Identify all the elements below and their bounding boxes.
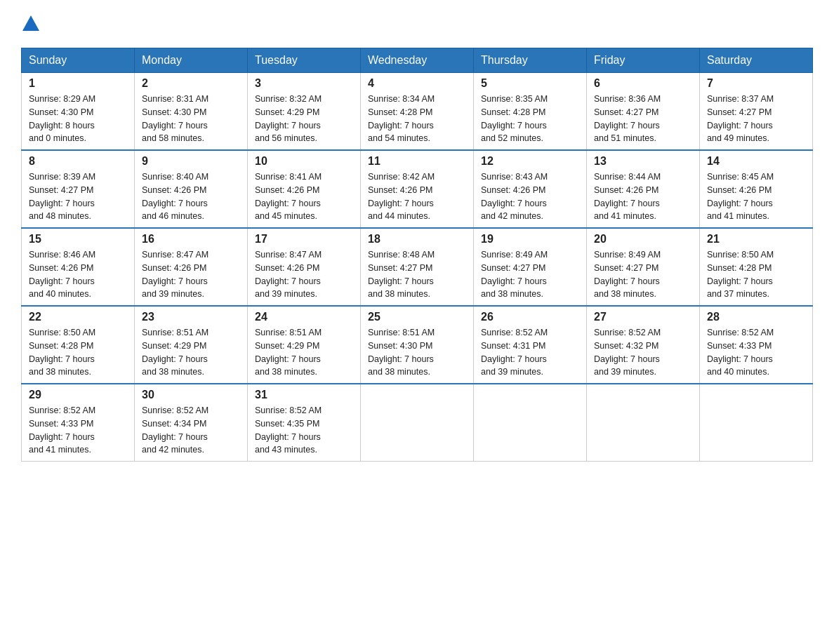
day-number: 21 [707, 233, 805, 246]
calendar-cell: 17 Sunrise: 8:47 AMSunset: 4:26 PMDaylig… [248, 228, 361, 306]
calendar-cell: 7 Sunrise: 8:37 AMSunset: 4:27 PMDayligh… [700, 73, 813, 151]
day-info: Sunrise: 8:35 AMSunset: 4:28 PMDaylight:… [481, 94, 548, 143]
calendar-week-row: 29 Sunrise: 8:52 AMSunset: 4:33 PMDaylig… [22, 384, 813, 462]
calendar-cell: 21 Sunrise: 8:50 AMSunset: 4:28 PMDaylig… [700, 228, 813, 306]
calendar-week-row: 15 Sunrise: 8:46 AMSunset: 4:26 PMDaylig… [22, 228, 813, 306]
calendar-cell: 26 Sunrise: 8:52 AMSunset: 4:31 PMDaylig… [474, 306, 587, 384]
day-info: Sunrise: 8:46 AMSunset: 4:26 PMDaylight:… [29, 250, 95, 299]
day-info: Sunrise: 8:52 AMSunset: 4:33 PMDaylight:… [29, 405, 95, 455]
weekday-header-monday: Monday [135, 48, 248, 73]
day-info: Sunrise: 8:47 AMSunset: 4:26 PMDaylight:… [142, 250, 208, 299]
day-info: Sunrise: 8:41 AMSunset: 4:26 PMDaylight:… [255, 172, 322, 221]
day-info: Sunrise: 8:50 AMSunset: 4:28 PMDaylight:… [707, 250, 774, 299]
day-number: 4 [368, 77, 466, 90]
calendar-cell: 24 Sunrise: 8:51 AMSunset: 4:29 PMDaylig… [248, 306, 361, 384]
calendar-cell: 30 Sunrise: 8:52 AMSunset: 4:34 PMDaylig… [135, 384, 248, 462]
day-number: 22 [29, 311, 127, 323]
calendar-cell: 18 Sunrise: 8:48 AMSunset: 4:27 PMDaylig… [361, 228, 474, 306]
calendar-cell: 31 Sunrise: 8:52 AMSunset: 4:35 PMDaylig… [248, 384, 361, 462]
calendar-cell: 25 Sunrise: 8:51 AMSunset: 4:30 PMDaylig… [361, 306, 474, 384]
logo-icon [21, 14, 41, 34]
day-number: 5 [481, 77, 579, 90]
day-info: Sunrise: 8:49 AMSunset: 4:27 PMDaylight:… [594, 250, 661, 299]
day-info: Sunrise: 8:51 AMSunset: 4:29 PMDaylight:… [255, 328, 322, 377]
calendar-cell: 19 Sunrise: 8:49 AMSunset: 4:27 PMDaylig… [474, 228, 587, 306]
calendar-cell: 27 Sunrise: 8:52 AMSunset: 4:32 PMDaylig… [587, 306, 700, 384]
day-number: 11 [368, 155, 466, 168]
day-number: 23 [142, 311, 240, 323]
day-info: Sunrise: 8:47 AMSunset: 4:26 PMDaylight:… [255, 250, 322, 299]
day-number: 29 [29, 389, 127, 401]
calendar-cell: 23 Sunrise: 8:51 AMSunset: 4:29 PMDaylig… [135, 306, 248, 384]
day-info: Sunrise: 8:52 AMSunset: 4:33 PMDaylight:… [707, 328, 774, 377]
calendar-cell: 9 Sunrise: 8:40 AMSunset: 4:26 PMDayligh… [135, 150, 248, 228]
day-number: 17 [255, 233, 353, 246]
day-number: 6 [594, 77, 692, 90]
calendar-cell: 4 Sunrise: 8:34 AMSunset: 4:28 PMDayligh… [361, 73, 474, 151]
day-number: 9 [142, 155, 240, 168]
weekday-header-wednesday: Wednesday [361, 48, 474, 73]
day-info: Sunrise: 8:52 AMSunset: 4:35 PMDaylight:… [255, 405, 322, 455]
day-info: Sunrise: 8:39 AMSunset: 4:27 PMDaylight:… [29, 172, 95, 221]
calendar-cell: 8 Sunrise: 8:39 AMSunset: 4:27 PMDayligh… [22, 150, 135, 228]
calendar-cell: 10 Sunrise: 8:41 AMSunset: 4:26 PMDaylig… [248, 150, 361, 228]
calendar-cell: 6 Sunrise: 8:36 AMSunset: 4:27 PMDayligh… [587, 73, 700, 151]
calendar-cell: 28 Sunrise: 8:52 AMSunset: 4:33 PMDaylig… [700, 306, 813, 384]
day-number: 7 [707, 77, 805, 90]
weekday-header-sunday: Sunday [22, 48, 135, 73]
day-number: 10 [255, 155, 353, 168]
day-number: 30 [142, 389, 240, 401]
day-number: 27 [594, 311, 692, 323]
day-number: 26 [481, 311, 579, 323]
calendar-week-row: 22 Sunrise: 8:50 AMSunset: 4:28 PMDaylig… [22, 306, 813, 384]
weekday-header-tuesday: Tuesday [248, 48, 361, 73]
weekday-header-friday: Friday [587, 48, 700, 73]
calendar-header-row: SundayMondayTuesdayWednesdayThursdayFrid… [22, 48, 813, 73]
calendar-cell [474, 384, 587, 462]
day-number: 25 [368, 311, 466, 323]
logo [21, 14, 46, 34]
day-number: 12 [481, 155, 579, 168]
day-number: 16 [142, 233, 240, 246]
day-info: Sunrise: 8:40 AMSunset: 4:26 PMDaylight:… [142, 172, 208, 221]
calendar-cell: 29 Sunrise: 8:52 AMSunset: 4:33 PMDaylig… [22, 384, 135, 462]
day-number: 24 [255, 311, 353, 323]
page-header [21, 14, 813, 34]
calendar-cell [361, 384, 474, 462]
calendar-cell: 16 Sunrise: 8:47 AMSunset: 4:26 PMDaylig… [135, 228, 248, 306]
calendar-cell [587, 384, 700, 462]
calendar-body: 1 Sunrise: 8:29 AMSunset: 4:30 PMDayligh… [22, 73, 813, 462]
weekday-header-saturday: Saturday [700, 48, 813, 73]
day-number: 19 [481, 233, 579, 246]
day-number: 8 [29, 155, 127, 168]
weekday-header-thursday: Thursday [474, 48, 587, 73]
day-info: Sunrise: 8:48 AMSunset: 4:27 PMDaylight:… [368, 250, 435, 299]
calendar-cell: 5 Sunrise: 8:35 AMSunset: 4:28 PMDayligh… [474, 73, 587, 151]
logo-area [21, 14, 46, 34]
calendar-cell: 2 Sunrise: 8:31 AMSunset: 4:30 PMDayligh… [135, 73, 248, 151]
day-info: Sunrise: 8:29 AMSunset: 4:30 PMDaylight:… [29, 94, 95, 143]
day-info: Sunrise: 8:52 AMSunset: 4:31 PMDaylight:… [481, 328, 548, 377]
day-info: Sunrise: 8:44 AMSunset: 4:26 PMDaylight:… [594, 172, 661, 221]
day-info: Sunrise: 8:45 AMSunset: 4:26 PMDaylight:… [707, 172, 774, 221]
day-number: 15 [29, 233, 127, 246]
calendar-cell: 11 Sunrise: 8:42 AMSunset: 4:26 PMDaylig… [361, 150, 474, 228]
day-info: Sunrise: 8:32 AMSunset: 4:29 PMDaylight:… [255, 94, 322, 143]
day-number: 28 [707, 311, 805, 323]
day-info: Sunrise: 8:37 AMSunset: 4:27 PMDaylight:… [707, 94, 774, 143]
day-number: 13 [594, 155, 692, 168]
calendar-table: SundayMondayTuesdayWednesdayThursdayFrid… [21, 48, 813, 462]
day-info: Sunrise: 8:31 AMSunset: 4:30 PMDaylight:… [142, 94, 208, 143]
calendar-cell: 1 Sunrise: 8:29 AMSunset: 4:30 PMDayligh… [22, 73, 135, 151]
day-number: 20 [594, 233, 692, 246]
day-info: Sunrise: 8:36 AMSunset: 4:27 PMDaylight:… [594, 94, 661, 143]
day-number: 14 [707, 155, 805, 168]
day-info: Sunrise: 8:52 AMSunset: 4:32 PMDaylight:… [594, 328, 661, 377]
calendar-week-row: 8 Sunrise: 8:39 AMSunset: 4:27 PMDayligh… [22, 150, 813, 228]
logo-triangle-icon [21, 14, 41, 34]
day-info: Sunrise: 8:51 AMSunset: 4:30 PMDaylight:… [368, 328, 435, 377]
calendar-cell: 22 Sunrise: 8:50 AMSunset: 4:28 PMDaylig… [22, 306, 135, 384]
day-number: 18 [368, 233, 466, 246]
day-number: 31 [255, 389, 353, 401]
calendar-cell: 14 Sunrise: 8:45 AMSunset: 4:26 PMDaylig… [700, 150, 813, 228]
